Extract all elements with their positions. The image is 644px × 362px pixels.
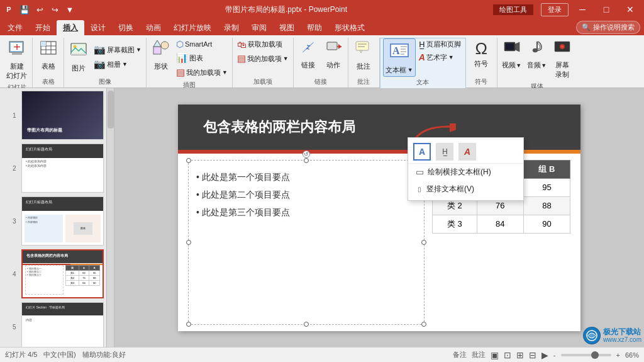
save-button[interactable]: 💾 (18, 3, 31, 16)
action-icon (325, 39, 341, 60)
slide-thumb-1[interactable]: 带图片布局的标题 (21, 91, 104, 140)
chart-button[interactable]: 📊 图表 (174, 51, 230, 65)
textbox-dropdown-menu[interactable]: A H̲ A ▭ 绘制横排文本框(H) ▯ 竖排文本框(V) (408, 137, 524, 201)
handle-mr[interactable] (421, 240, 426, 245)
redo-button[interactable]: ↪ (48, 3, 62, 16)
my-addins2-button[interactable]: ▤ 我的加载项 ▼ (235, 52, 291, 65)
ribbon-group-media: 视频▼ 音频▼ 屏幕录制 媒体 (497, 38, 577, 88)
rotation-handle[interactable]: ↺ (303, 150, 310, 158)
dropdown-item-vertical[interactable]: ▯ 竖排文本框(V) (408, 181, 523, 198)
ribbon-group-addins: 🛍 获取加载项 ▤ 我的加载项 ▼ 加载项 (233, 38, 294, 88)
tab-home[interactable]: 开始 (29, 20, 57, 35)
zoom-out-icon[interactable]: - (553, 351, 556, 359)
tab-record[interactable]: 录制 (218, 20, 245, 35)
comments-button[interactable]: 批注 (472, 350, 486, 359)
textbox-button[interactable]: A 文本框▼ (383, 38, 416, 77)
slide-thumb-4[interactable]: 包含表格的两栏内容布局 • 项目要点一 • 项目要点二 • 项目要点三 类AB … (21, 249, 104, 298)
watermark[interactable]: 极光下载站 www.xz7.com (583, 327, 641, 344)
slide-thumb-wrapper-5: 5 幻灯片 Section · 节标题布局 内容 (13, 302, 104, 347)
screenshot-arrow: ▼ (136, 47, 142, 53)
tab-review[interactable]: 审阅 (245, 20, 273, 35)
comment-button[interactable]: 批注 (352, 38, 375, 72)
table-icon (40, 39, 57, 61)
reading-view-icon[interactable]: ⊟ (529, 350, 536, 360)
handle-br[interactable] (421, 322, 426, 327)
normal-view-icon[interactable]: ▣ (491, 350, 499, 360)
slide-thumb-5[interactable]: 幻灯片 Section · 节标题布局 内容 (21, 302, 104, 347)
zoom-in-icon[interactable]: + (616, 351, 620, 359)
my-addins-button[interactable]: ▤ 我的加载项 ▼ (174, 65, 230, 79)
slideshow-icon[interactable]: ▶ (541, 350, 548, 360)
screen-record-button[interactable]: 屏幕录制 (550, 38, 574, 81)
table-button[interactable]: 表格 (36, 38, 60, 72)
minimize-button[interactable]: ─ (571, 2, 594, 17)
ribbon-group-slide: 新建幻灯片 幻灯片 (1, 38, 33, 88)
video-button[interactable]: 视频▼ (500, 38, 524, 71)
close-button[interactable]: ✕ (619, 2, 641, 17)
svg-rect-35 (536, 42, 538, 50)
tab-slideshow[interactable]: 幻灯片放映 (167, 20, 218, 35)
drawing-tools-label: 绘图工具 (493, 4, 533, 15)
wordart-button[interactable]: A 艺术字 ▼ (417, 51, 463, 64)
handle-bm[interactable] (304, 322, 309, 327)
slide-num-5: 5 (13, 324, 19, 331)
outline-view-icon[interactable]: ⊡ (504, 350, 511, 360)
slide-thumb-2[interactable]: 幻灯片标题布局 • 此处添加内容 • 此处添加内容 (21, 144, 104, 193)
link-button[interactable]: 链接 (296, 38, 320, 71)
ribbon-content: 新建幻灯片 幻灯片 表格 表格 (0, 35, 644, 88)
picture-button[interactable]: 图片 (67, 40, 91, 74)
search-box[interactable]: 🔍 操作说明搜索 (576, 21, 640, 34)
svg-rect-13 (71, 54, 86, 55)
table-cell-2-2: 88 (523, 196, 570, 215)
login-button[interactable]: 登录 (541, 3, 569, 16)
slide-thumb-3[interactable]: 幻灯片标题布局 • 内容项目 • 内容项目 图表 (21, 196, 104, 246)
screenshot-label: 屏幕截图 (107, 45, 135, 55)
handle-tl[interactable] (186, 158, 191, 163)
tab-help[interactable]: 帮助 (301, 20, 328, 35)
tab-view[interactable]: 视图 (273, 20, 301, 35)
header-footer-button[interactable]: H̲ 页眉和页脚 (417, 38, 463, 50)
vertical-scrollbar[interactable] (107, 88, 114, 347)
tab-transitions[interactable]: 切换 (112, 20, 140, 35)
ribbon-group-text: A 文本框▼ H̲ 页眉和页脚 A 艺术字 ▼ (380, 38, 466, 88)
quick-access-toolbar: P 💾 ↩ ↪ ▼ (0, 3, 79, 16)
tab-insert[interactable]: 插入 (57, 20, 84, 35)
slide-content-left[interactable]: ↺ 此处是第一个项目要点 此处是第二个项目 (188, 160, 425, 325)
ribbon-group-images: 图片 📷 屏幕截图 ▼ 📷 相册 ▼ 图像 (64, 38, 147, 88)
album-button[interactable]: 📷 相册 ▼ (92, 57, 143, 71)
zoom-slider[interactable] (561, 354, 611, 356)
handle-bl[interactable] (186, 322, 191, 327)
get-addins-button[interactable]: 🛍 获取加载项 (235, 38, 291, 51)
new-slide-button[interactable]: 新建幻灯片 (4, 38, 29, 82)
textbox-label: 文本框▼ (386, 65, 413, 75)
notes-button[interactable]: 备注 (453, 350, 467, 359)
dropdown-item-horizontal[interactable]: ▭ 绘制横排文本框(H) (408, 164, 523, 181)
tab-shapeformat[interactable]: 形状格式 (328, 20, 371, 35)
chart-icon: 📊 (176, 52, 188, 64)
customize-qa-button[interactable]: ▼ (63, 3, 77, 16)
zoom-thumb[interactable] (591, 351, 599, 359)
ribbon-group-symbols: Ω 符号 符号 (466, 38, 497, 88)
action-button[interactable]: 动作 (321, 38, 345, 71)
undo-button[interactable]: ↩ (33, 3, 47, 16)
tab-file[interactable]: 文件 (1, 20, 29, 35)
handle-ml[interactable] (186, 240, 191, 245)
screenshot-button[interactable]: 📷 屏幕截图 ▼ (92, 43, 143, 57)
video-icon (504, 39, 520, 60)
ribbon-group-illustrations: 形状 ⬡ SmartArt 📊 图表 ▤ 我的加载项 ▼ (147, 38, 233, 88)
audio-button[interactable]: 音频▼ (525, 38, 549, 71)
slide-info: 幻灯片 4/5 (5, 350, 37, 359)
smartart-button[interactable]: ⬡ SmartArt (174, 38, 230, 50)
tab-design[interactable]: 设计 (84, 20, 112, 35)
table-cell-1-2: 95 (523, 178, 570, 196)
slide-sorter-icon[interactable]: ⊞ (516, 350, 524, 360)
symbol-button[interactable]: Ω 符号 (469, 38, 493, 70)
symbols-group-label: 符号 (469, 76, 494, 88)
tab-animation[interactable]: 动画 (140, 20, 167, 35)
shape-button[interactable]: 形状 (149, 38, 173, 72)
svg-marker-32 (515, 42, 519, 52)
link-icon (300, 39, 316, 60)
handle-tm[interactable] (304, 158, 309, 163)
maximize-button[interactable]: □ (595, 2, 618, 17)
svg-rect-14 (153, 47, 161, 54)
